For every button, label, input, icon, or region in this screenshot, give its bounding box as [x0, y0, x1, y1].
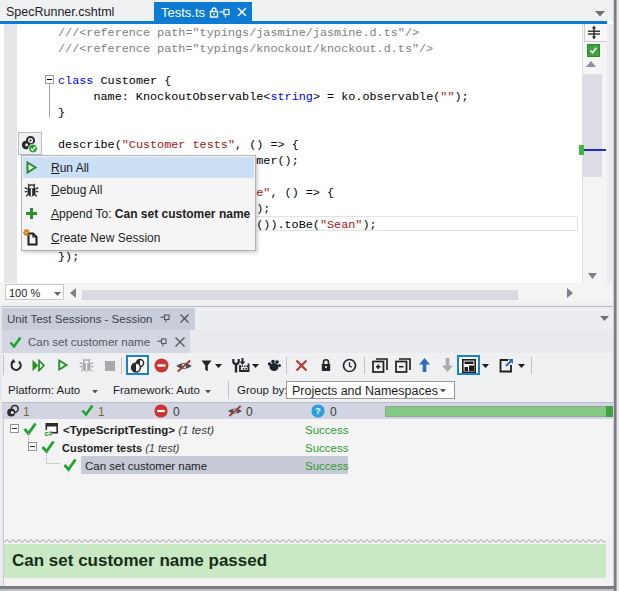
svg-text:c#: c# — [45, 429, 53, 437]
svg-text:?: ? — [315, 405, 321, 416]
